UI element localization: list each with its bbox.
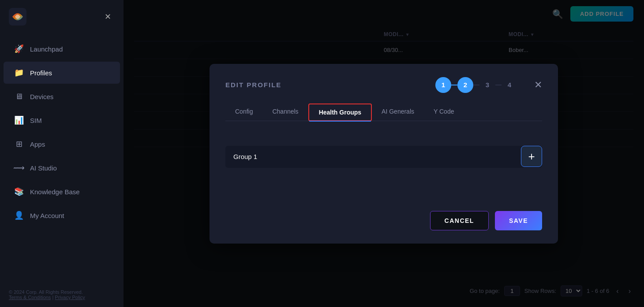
sidebar-item-label: Profiles [30, 69, 52, 77]
sidebar-item-profiles[interactable]: 📁 Profiles [4, 62, 120, 84]
sidebar-item-ai-studio[interactable]: ⟿ AI Studio [4, 157, 120, 179]
sidebar-item-label: My Account [30, 212, 64, 219]
sidebar-item-sim[interactable]: 📊 SIM [4, 109, 120, 131]
sim-icon: 📊 [14, 115, 24, 125]
add-group-button[interactable]: + [521, 146, 542, 167]
edit-profile-modal: EDIT PROFILE 1 2 3 4 [210, 64, 558, 244]
modal-footer: CANCEL SAVE [225, 211, 542, 230]
modal-close-button[interactable]: ✕ [534, 80, 542, 90]
step-connector-1 [451, 85, 457, 85]
ai-studio-icon: ⟿ [14, 163, 24, 173]
profiles-icon: 📁 [14, 68, 24, 78]
cancel-button[interactable]: CANCEL [430, 211, 489, 230]
step-3[interactable]: 3 [479, 77, 495, 93]
save-button[interactable]: SAVE [495, 211, 542, 230]
tab-channels[interactable]: Channels [262, 104, 308, 121]
privacy-link[interactable]: Privacy Policy [55, 295, 85, 300]
knowledge-base-icon: 📚 [14, 187, 24, 196]
sidebar-nav: 🚀 Launchpad 📁 Profiles 🖥 Devices 📊 SIM ⊞… [0, 33, 124, 282]
tab-config[interactable]: Config [225, 104, 262, 121]
sidebar-item-my-account[interactable]: 👤 My Account [4, 204, 120, 226]
sidebar-close-btn[interactable]: ✕ [101, 10, 115, 23]
sidebar-item-launchpad[interactable]: 🚀 Launchpad [4, 38, 120, 60]
main-content: 🔍 ADD PROFILE MODI... ▼ MODI... ▼ 08/30.… [124, 0, 644, 307]
terms-link[interactable]: Terms & Conditions [9, 295, 51, 300]
step-4[interactable]: 4 [502, 77, 517, 93]
modal-tabs: Config Channels Health Groups AI General… [225, 104, 542, 121]
group-row-label: Group 1 [233, 153, 257, 160]
step-1[interactable]: 1 [435, 77, 451, 93]
my-account-icon: 👤 [14, 211, 24, 220]
sidebar-item-label: SIM [30, 117, 42, 124]
tab-ai-generals[interactable]: AI Generals [372, 104, 424, 121]
sidebar-item-label: Apps [30, 141, 45, 148]
sidebar-item-knowledge-base[interactable]: 📚 Knowledge Base [4, 181, 120, 203]
tab-y-code[interactable]: Y Code [424, 104, 464, 121]
sidebar-item-label: Launchpad [30, 45, 63, 53]
devices-icon: 🖥 [14, 92, 24, 101]
modal-overlay: EDIT PROFILE 1 2 3 4 [124, 0, 644, 307]
step-connector-2 [473, 85, 479, 85]
tab-health-groups[interactable]: Health Groups [308, 104, 372, 121]
sidebar-item-label: AI Studio [30, 164, 57, 172]
launchpad-icon: 🚀 [14, 44, 24, 54]
sidebar: ✕ 🚀 Launchpad 📁 Profiles 🖥 Devices 📊 SIM… [0, 0, 124, 307]
app-logo-icon [9, 8, 26, 26]
step-connector-3 [495, 85, 502, 85]
step-2[interactable]: 2 [457, 77, 473, 93]
step-indicators: 1 2 3 4 [435, 77, 517, 93]
sidebar-footer: © 2024 Corp. All Rights Reserved. Terms … [0, 282, 124, 307]
sidebar-item-apps[interactable]: ⊞ Apps [4, 133, 120, 155]
sidebar-item-label: Devices [30, 93, 53, 100]
apps-icon: ⊞ [14, 139, 24, 149]
sidebar-logo: ✕ [0, 0, 124, 33]
modal-title: EDIT PROFILE [225, 81, 281, 89]
modal-header: EDIT PROFILE 1 2 3 4 [225, 77, 542, 93]
group-row[interactable]: Group 1 ⌄ [225, 146, 542, 168]
sidebar-item-label: Knowledge Base [30, 188, 80, 196]
modal-body: + Group 1 ⌄ [225, 146, 542, 199]
sidebar-item-devices[interactable]: 🖥 Devices [4, 85, 120, 107]
